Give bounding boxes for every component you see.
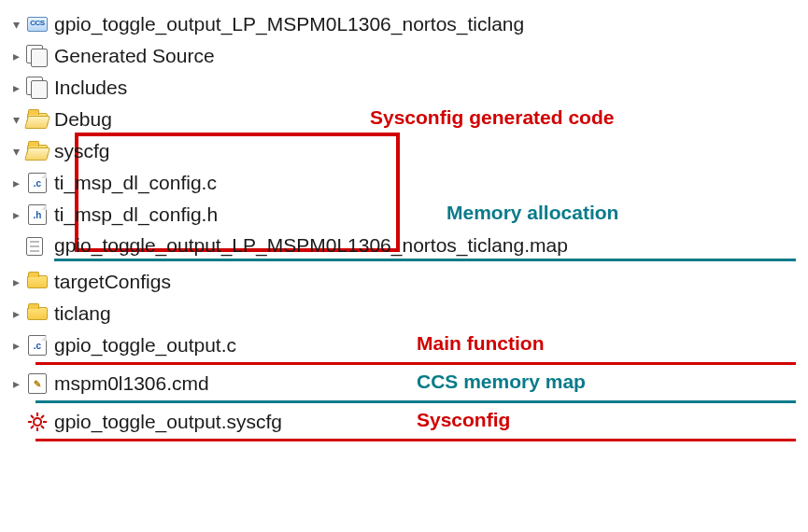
svg-line-5 [31, 415, 34, 418]
project-explorer-tree: ▾ gpio_toggle_output_LP_MSPM0L1306_norto… [7, 9, 801, 441]
node-label: Debug [54, 108, 112, 131]
h-file-icon: .h [24, 203, 50, 227]
folder-icon [24, 301, 50, 326]
caret-expanded-icon[interactable]: ▾ [7, 17, 24, 32]
caret-collapsed-icon[interactable]: ▸ [7, 49, 24, 63]
tree-node-syscfg-file[interactable]: gpio_toggle_output.syscfg Sysconfig [7, 407, 801, 437]
underline [35, 400, 796, 403]
node-label: gpio_toggle_output.c [54, 334, 236, 357]
ccs-project-icon [24, 12, 50, 36]
underline [35, 439, 796, 441]
folder-icon [24, 270, 50, 294]
node-label: mspm0l1306.cmd [54, 372, 209, 395]
script-file-icon: ✎ [24, 371, 50, 396]
c-file-icon: .c [24, 171, 50, 195]
node-label: ticlang [54, 302, 111, 325]
gear-icon [24, 410, 50, 434]
tree-node-main-c[interactable]: ▸ .c gpio_toggle_output.c Main function [7, 330, 801, 360]
tree-node-map-file[interactable]: gpio_toggle_output_LP_MSPM0L1306_nortos_… [7, 231, 801, 264]
node-label: gpio_toggle_output.syscfg [54, 411, 282, 433]
node-label: ti_msp_dl_config.c [54, 172, 217, 194]
tree-node-syscfg-c[interactable]: ▸ .c ti_msp_dl_config.c [7, 168, 801, 198]
tree-node-includes[interactable]: ▸ .h Includes [7, 73, 801, 103]
annotation-memory-allocation: Memory allocation [447, 202, 618, 224]
annotation-sysconfig: Sysconfig [417, 409, 510, 431]
caret-expanded-icon[interactable]: ▾ [7, 112, 24, 127]
annotation-main-function: Main function [417, 332, 544, 355]
node-label: Includes [54, 77, 127, 99]
tree-root[interactable]: ▾ gpio_toggle_output_LP_MSPM0L1306_norto… [7, 9, 801, 39]
stacked-c-files-icon: .c [24, 44, 50, 68]
node-label: ti_msp_dl_config.h [54, 203, 218, 226]
caret-expanded-icon[interactable]: ▾ [7, 144, 24, 159]
svg-line-6 [41, 426, 44, 428]
tree-node-syscfg-folder[interactable]: ▾ syscfg [7, 136, 801, 166]
stacked-h-files-icon: .h [24, 76, 50, 100]
folder-open-icon [24, 139, 50, 163]
node-label: Generated Source [54, 45, 215, 67]
caret-collapsed-icon[interactable]: ▸ [7, 376, 24, 391]
folder-open-icon [24, 107, 50, 132]
node-label: gpio_toggle_output_LP_MSPM0L1306_nortos_… [54, 234, 573, 261]
caret-collapsed-icon[interactable]: ▸ [7, 175, 24, 190]
tree-node-debug[interactable]: ▾ Debug Sysconfig generated code [7, 105, 801, 134]
caret-collapsed-icon[interactable]: ▸ [7, 338, 24, 353]
node-label: syscfg [54, 140, 110, 162]
tree-node-target-configs[interactable]: ▸ targetConfigs [7, 267, 801, 297]
tree-node-syscfg-h[interactable]: ▸ .h ti_msp_dl_config.h Memory allocatio… [7, 200, 801, 230]
project-name: gpio_toggle_output_LP_MSPM0L1306_nortos_… [54, 13, 524, 35]
node-label: targetConfigs [54, 271, 171, 293]
tree-node-cmd-file[interactable]: ▸ ✎ mspm0l1306.cmd CCS memory map [7, 369, 801, 399]
text-file-icon [24, 236, 50, 260]
underline [35, 362, 796, 365]
tree-node-generated-source[interactable]: ▸ .c Generated Source [7, 41, 801, 71]
svg-line-8 [31, 426, 34, 428]
tree-node-ticlang[interactable]: ▸ ticlang [7, 299, 801, 329]
caret-collapsed-icon[interactable]: ▸ [7, 80, 24, 95]
annotation-ccs-memory-map: CCS memory map [417, 371, 586, 393]
c-file-icon: .c [24, 333, 50, 357]
caret-collapsed-icon[interactable]: ▸ [7, 306, 24, 321]
caret-collapsed-icon[interactable]: ▸ [7, 274, 24, 289]
svg-point-0 [34, 418, 41, 426]
annotation-syscfg-code: Sysconfig generated code [370, 106, 614, 129]
caret-collapsed-icon[interactable]: ▸ [7, 207, 24, 222]
svg-line-7 [41, 415, 44, 418]
